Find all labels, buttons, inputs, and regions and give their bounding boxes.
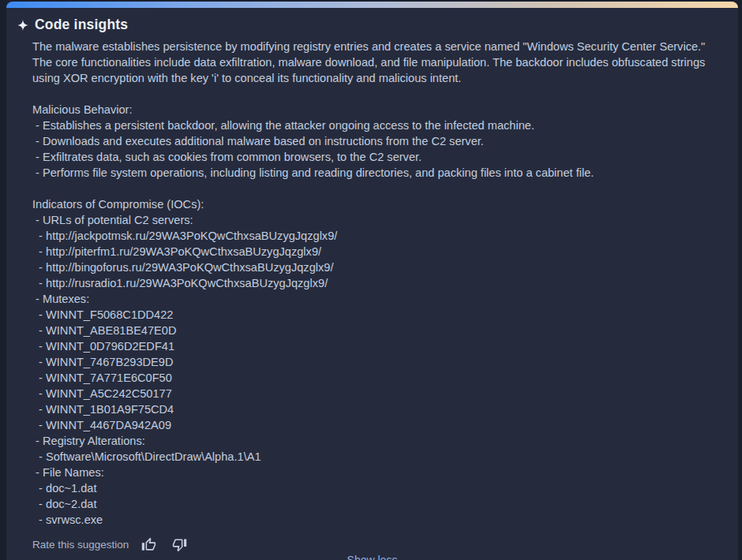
sparkle-icon	[17, 20, 28, 31]
rate-row: Rate this suggestion	[32, 536, 187, 553]
gradient-accent-bar	[6, 2, 738, 8]
card-header: Code insights	[17, 17, 128, 33]
show-less-button[interactable]: Show less	[6, 554, 738, 560]
code-insights-card: Code insights The malware establishes pe…	[6, 2, 738, 560]
thumbs-down-button[interactable]	[171, 536, 187, 552]
thumbs-up-icon	[141, 537, 156, 552]
thumbs-down-icon	[172, 537, 187, 552]
page-background: { "header": { "title": "Code insights", …	[0, 0, 742, 560]
rate-label: Rate this suggestion	[32, 539, 129, 551]
insight-body-text: The malware establishes persistence by m…	[32, 39, 724, 528]
thumbs-up-button[interactable]	[141, 536, 156, 552]
page-title: Code insights	[35, 17, 128, 33]
